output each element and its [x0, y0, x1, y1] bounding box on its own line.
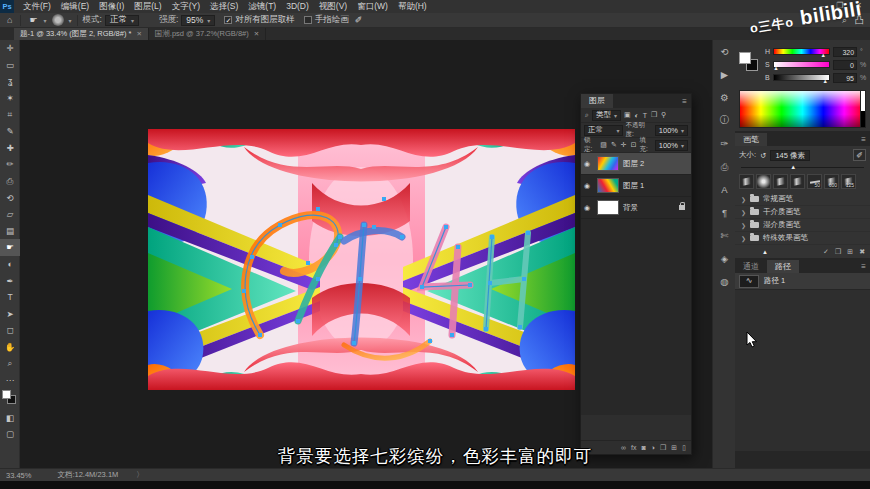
- finger-painting-checkbox[interactable]: 手指绘画: [304, 14, 349, 26]
- fill-select[interactable]: 100%▾: [655, 140, 688, 151]
- character-panel-icon[interactable]: A: [713, 178, 736, 201]
- properties-panel-icon[interactable]: ⚙: [713, 86, 736, 109]
- shape-tool[interactable]: ◻: [0, 322, 20, 339]
- visibility-eye-icon[interactable]: ◉: [584, 204, 593, 212]
- screen-mode-button[interactable]: ▢: [0, 426, 20, 443]
- grayscale-strip[interactable]: [860, 91, 865, 127]
- filter-pin-icon[interactable]: ⚲: [660, 111, 667, 119]
- brightness-value[interactable]: 95: [833, 73, 857, 83]
- layer-row-layer2[interactable]: ◉ 图层 2: [581, 153, 691, 175]
- color-spectrum-ramp[interactable]: [739, 90, 866, 128]
- brush-folder-wet-media[interactable]: ❯ 湿介质画笔: [735, 219, 870, 232]
- hue-slider[interactable]: ▲: [773, 48, 830, 55]
- visibility-eye-icon[interactable]: ◉: [584, 160, 593, 168]
- delete-brush-icon[interactable]: ✖: [859, 248, 865, 256]
- menu-window[interactable]: 窗口(W): [352, 0, 393, 13]
- document-tab-active[interactable]: 题-1 @ 33.4% (图层 2, RGB/8#) * ✕: [14, 28, 149, 40]
- menu-select[interactable]: 选择(S): [205, 0, 243, 13]
- lock-position-icon[interactable]: ✛: [620, 141, 628, 149]
- crop-tool[interactable]: ⌗: [0, 106, 20, 123]
- paragraph-panel-icon[interactable]: ¶: [713, 201, 736, 224]
- actions-panel-icon[interactable]: ▶: [713, 63, 736, 86]
- history-brush-tool[interactable]: ⟲: [0, 189, 20, 206]
- panel-menu-icon[interactable]: ≡: [861, 135, 870, 144]
- menu-help[interactable]: 帮助(H): [393, 0, 432, 13]
- menu-file[interactable]: 文件(F): [18, 0, 56, 13]
- opacity-select[interactable]: 100%▾: [655, 125, 688, 136]
- blend-mode-select[interactable]: 正常▾: [105, 15, 139, 26]
- filter-type-select[interactable]: 类型▾: [592, 110, 621, 121]
- menu-view[interactable]: 视图(V): [314, 0, 352, 13]
- status-options-chevron[interactable]: 〉: [128, 470, 152, 480]
- brightness-slider[interactable]: ▲: [773, 74, 831, 81]
- sample-all-layers-checkbox[interactable]: ✓ 对所有图层取样: [224, 14, 295, 26]
- new-brush-group-icon[interactable]: ❒: [835, 248, 841, 256]
- new-brush-icon[interactable]: ⊞: [847, 248, 853, 256]
- saturation-value[interactable]: 0: [833, 60, 857, 70]
- history-panel-icon[interactable]: ⟲: [713, 40, 736, 63]
- channels-tab[interactable]: 通道: [735, 260, 767, 273]
- document-tab[interactable]: 国潮.psd @ 37.2%(RGB/8#) ✕: [149, 28, 266, 40]
- brush-preset[interactable]: [739, 174, 754, 189]
- info-panel-icon[interactable]: ⓘ: [713, 109, 736, 132]
- menu-layer[interactable]: 图层(L): [129, 0, 166, 13]
- brush-folder-general[interactable]: ❯ 常规画笔: [735, 193, 870, 206]
- lock-transparency-icon[interactable]: ▨: [599, 141, 608, 149]
- layers-tab[interactable]: 图层: [581, 94, 613, 108]
- close-icon[interactable]: ✕: [254, 30, 259, 38]
- brush-preset[interactable]: [790, 174, 805, 189]
- airbrush-icon[interactable]: ✐: [352, 15, 366, 25]
- brush-folder-dry-media[interactable]: ❯ 干介质画笔: [735, 206, 870, 219]
- pen-tool[interactable]: ✒: [0, 272, 20, 289]
- saturation-slider[interactable]: ▲: [773, 61, 831, 68]
- path-selection-tool[interactable]: ➤: [0, 306, 20, 323]
- dodge-tool[interactable]: ◐: [0, 256, 20, 273]
- smudge-tool-active[interactable]: ☛: [0, 239, 20, 256]
- layer-row-background[interactable]: ◉ 背景: [581, 197, 691, 219]
- magic-wand-tool[interactable]: ✶: [0, 90, 20, 107]
- eraser-tool[interactable]: ▱: [0, 206, 20, 223]
- quick-mask-button[interactable]: ◧: [0, 409, 20, 426]
- brush-size-slider[interactable]: ▲: [741, 166, 864, 170]
- brush-angle-icon[interactable]: ✐: [853, 149, 866, 161]
- canvas-artwork[interactable]: [148, 129, 575, 390]
- foreground-color-swatch[interactable]: [2, 390, 11, 399]
- smudge-tool-icon[interactable]: ☛: [26, 15, 40, 25]
- brushes-tab[interactable]: 画笔: [735, 133, 767, 146]
- type-tool[interactable]: T: [0, 289, 20, 306]
- brush-preset-picker[interactable]: [52, 14, 64, 26]
- gradient-tool[interactable]: ▤: [0, 223, 20, 240]
- patterns-panel-icon[interactable]: ◍: [713, 270, 736, 293]
- menu-type[interactable]: 文字(Y): [167, 0, 205, 13]
- brush-size-value[interactable]: 145 像素: [770, 150, 810, 161]
- clone-stamp-tool[interactable]: ⎙: [0, 173, 20, 190]
- foreground-color-swatch[interactable]: [739, 52, 751, 64]
- filter-type-icon[interactable]: T: [642, 112, 648, 119]
- panel-menu-icon[interactable]: ≡: [861, 262, 870, 271]
- brush-preset[interactable]: 125: [841, 174, 856, 189]
- navigator-panel-icon[interactable]: ◈: [713, 247, 736, 270]
- filter-pixel-icon[interactable]: ▣: [623, 111, 632, 119]
- path-row[interactable]: ∿ 路径 1: [735, 273, 870, 290]
- zoom-tool[interactable]: ⌕: [0, 355, 20, 372]
- brush-preset-soft-round[interactable]: [756, 174, 771, 189]
- search-icon[interactable]: ⌕: [584, 111, 590, 119]
- lock-all-icon[interactable]: ⊡: [630, 141, 638, 149]
- zoom-level-field[interactable]: 33.45%: [0, 471, 39, 480]
- layer-thumbnail[interactable]: [597, 178, 619, 193]
- brush-preset[interactable]: 50: [807, 174, 822, 189]
- brush-settings-panel-icon[interactable]: ✑: [713, 132, 736, 155]
- brush-preset[interactable]: 600: [824, 174, 839, 189]
- marquee-tool[interactable]: ▭: [0, 57, 20, 74]
- clone-source-panel-icon[interactable]: ⎙: [713, 155, 736, 178]
- home-icon[interactable]: ⌂: [4, 15, 15, 25]
- brush-preset[interactable]: [773, 174, 788, 189]
- close-icon[interactable]: ✕: [136, 30, 141, 38]
- strength-select[interactable]: 95%▾: [181, 15, 215, 26]
- layer-thumbnail[interactable]: [597, 200, 619, 215]
- filter-adjustment-icon[interactable]: ◐: [634, 112, 640, 119]
- menu-edit[interactable]: 编辑(E): [56, 0, 94, 13]
- brush-folder-special-effects[interactable]: ❯ 特殊效果画笔: [735, 232, 870, 245]
- healing-brush-tool[interactable]: ✚: [0, 140, 20, 157]
- menu-3d[interactable]: 3D(D): [281, 0, 314, 13]
